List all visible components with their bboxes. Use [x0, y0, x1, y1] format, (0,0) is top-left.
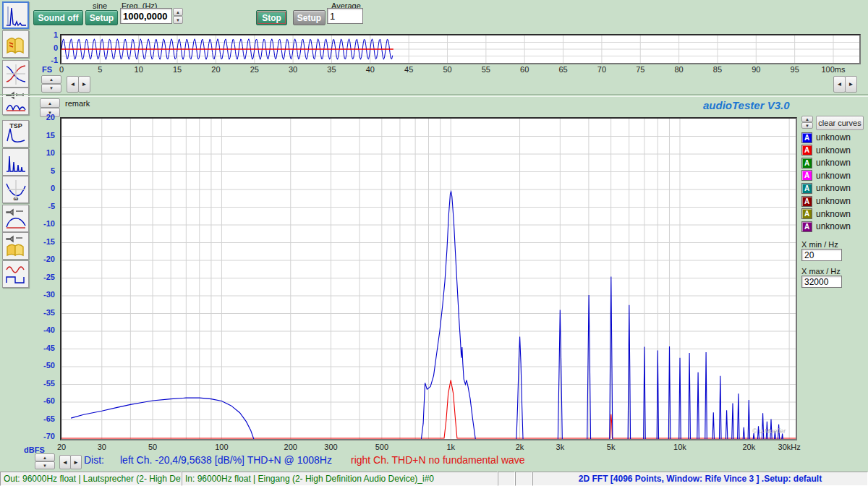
signal-setup-button[interactable]: Setup — [85, 10, 118, 25]
waveform-plot[interactable] — [60, 34, 861, 64]
waveform-scroll-left-button[interactable]: ◄ — [67, 76, 79, 93]
curve-name-label: unknown — [816, 183, 851, 193]
curve-name-label: unknown — [816, 132, 851, 142]
spectrum-y-tick-label: -55 — [22, 379, 55, 388]
wave-yzero-label: 0 — [25, 43, 58, 52]
sidebar-fft-spectrum-button[interactable] — [2, 1, 29, 29]
spectrum-traces — [61, 119, 796, 439]
frequency-input[interactable] — [120, 8, 172, 24]
waveform-tick-label: 45 — [404, 65, 413, 74]
analyzer-setup-button[interactable]: Setup — [293, 10, 326, 25]
spectrum-y-tick-label: -60 — [22, 396, 55, 405]
stop-button[interactable]: Stop — [256, 10, 287, 25]
sidebar-speaker-impulse-button[interactable] — [2, 88, 29, 115]
curve-name-label: unknown — [816, 221, 851, 231]
spectrum-y-tick-label: -25 — [22, 273, 55, 281]
dist-stepper[interactable]: ▲ ▼ — [35, 453, 55, 469]
spectrum-y-tick-label: -40 — [22, 325, 55, 334]
spectrum-y-tick-label: 5 — [22, 166, 55, 175]
remark-label: remark — [65, 99, 90, 108]
legend-item[interactable]: Aunknown — [801, 195, 851, 207]
legend-item[interactable]: Aunknown — [801, 208, 851, 220]
signal-generator-book-icon — [4, 32, 27, 56]
spectrum-x-tick-label: 2k — [516, 443, 524, 451]
waveform-tick-label: 75 — [636, 65, 644, 74]
down-arrow-icon[interactable]: ▼ — [35, 461, 55, 469]
waveform-tick-label: 50 — [443, 65, 451, 74]
dist-scroll-left-button[interactable]: ◄ — [59, 455, 71, 469]
spectrum-x-tick-label: 300 — [324, 443, 337, 451]
xmin-input[interactable] — [801, 249, 842, 261]
waveform-tick-label: 20 — [211, 65, 220, 74]
curve-color-chip[interactable]: A — [801, 132, 812, 143]
signal-type-label: sine — [93, 1, 107, 10]
down-arrow-icon[interactable]: ▼ — [41, 84, 61, 93]
up-arrow-icon[interactable]: ▲ — [173, 8, 183, 16]
curve-color-chip[interactable]: A — [801, 183, 812, 194]
xmax-label: X max / Hz — [801, 267, 841, 276]
dist-left-channel-readout: left Ch. -20,4/9,5638 [dB/%] THD+N @ 100… — [120, 454, 332, 466]
waveform-tick-label: 65 — [558, 65, 567, 74]
up-arrow-icon[interactable]: ▲ — [801, 116, 813, 122]
spectrum-x-tick-label: 20 — [57, 443, 66, 451]
legend-item[interactable]: Aunknown — [801, 157, 851, 169]
legend-item[interactable]: Aunknown — [801, 221, 851, 232]
legend-item[interactable]: Aunknown — [801, 170, 851, 182]
legend-stepper[interactable]: ▲ ▼ — [801, 116, 813, 129]
audiotester-window: TSPω sine Freq. (Hz) Average Sound off S… — [0, 0, 868, 486]
curve-name-label: unknown — [816, 209, 851, 219]
legend-item[interactable]: Aunknown — [801, 182, 851, 194]
curve-color-chip[interactable]: A — [801, 170, 812, 181]
spectrum-y-tick-label: -30 — [22, 290, 55, 299]
sound-off-button[interactable]: Sound off — [33, 10, 83, 25]
up-arrow-icon[interactable]: ▲ — [41, 75, 61, 84]
dist-right-channel-readout: right Ch. THD+N no fundamental wave — [351, 454, 525, 466]
frequency-response-icon — [4, 61, 27, 86]
waveform-scroll-left-button-2[interactable]: ◄ — [833, 76, 846, 93]
spectrum-y-tick-label: -15 — [22, 237, 55, 246]
spectrum-x-tick-label: 50 — [148, 443, 157, 451]
curve-name-label: unknown — [816, 196, 851, 206]
spectrum-x-tick-label: 500 — [375, 443, 388, 451]
statusbar-input-device: In: 96000Hz float | Eingang (2- High Def… — [182, 472, 498, 486]
dist-label: Dist: — [84, 454, 104, 466]
curve-color-chip[interactable]: A — [801, 196, 812, 207]
spectrum-x-tick-label: 20k — [742, 443, 755, 451]
waveform-scroll-right-button-2[interactable]: ► — [845, 76, 857, 93]
xmin-label: X min / Hz — [801, 240, 838, 249]
waveform-tick-label: 30 — [289, 65, 297, 74]
statusbar-fft-settings: 2D FFT [4096 Points, Window: Rife Vince … — [532, 472, 868, 486]
down-arrow-icon[interactable]: ▼ — [173, 16, 183, 24]
waveform-tick-label: 70 — [597, 65, 606, 74]
xmax-input[interactable] — [801, 276, 842, 288]
up-arrow-icon[interactable]: ▲ — [40, 98, 60, 108]
divider — [0, 94, 868, 97]
legend-item[interactable]: Aunknown — [801, 145, 851, 156]
frequency-stepper[interactable]: ▲ ▼ — [173, 8, 183, 24]
average-input[interactable] — [327, 8, 363, 24]
waveform-tick-label: 5 — [98, 65, 102, 74]
statusbar-cell — [498, 472, 515, 486]
waveform-tick-label: 15 — [173, 65, 182, 74]
svg-text:ω: ω — [13, 195, 18, 202]
curve-color-chip[interactable]: A — [801, 158, 812, 169]
legend-item[interactable]: Aunknown — [801, 132, 851, 143]
down-arrow-icon[interactable]: ▼ — [801, 122, 813, 129]
spectrum-x-tick-label: 1k — [446, 443, 455, 451]
dist-scroll-right-button[interactable]: ► — [70, 455, 82, 469]
spectrum-plot[interactable] — [60, 117, 797, 440]
spectrum-y-tick-label: -20 — [22, 255, 55, 263]
curve-color-chip[interactable]: A — [801, 145, 812, 155]
waveform-scroll-right-button[interactable]: ► — [78, 76, 90, 93]
spectrum-x-tick-label: 30kHz — [778, 443, 801, 451]
waveform-zoom-stepper[interactable]: ▲ ▼ — [41, 75, 61, 93]
waveform-tick-label: 10 — [135, 65, 143, 74]
waveform-tick-label: 80 — [674, 65, 683, 74]
curve-color-chip[interactable]: A — [801, 208, 812, 219]
clear-curves-button[interactable]: clear curves — [816, 116, 864, 130]
waveform-tick-label: 95 — [791, 65, 799, 74]
up-arrow-icon[interactable]: ▲ — [35, 453, 55, 461]
curve-color-chip[interactable]: A — [801, 221, 812, 232]
waveform-tick-label: 55 — [482, 65, 490, 74]
waveform-tick-label: 40 — [366, 65, 375, 74]
